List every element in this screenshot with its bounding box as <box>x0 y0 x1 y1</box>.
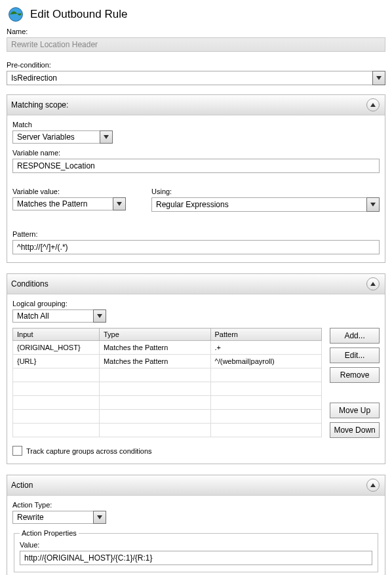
table-header-input[interactable]: Input <box>13 328 100 341</box>
logical-grouping-label: Logical grouping: <box>12 300 380 307</box>
page-title: Edit Outbound Rule <box>30 8 127 21</box>
match-value: Server Variables <box>12 130 100 144</box>
table-row[interactable] <box>13 396 322 410</box>
table-header-type[interactable]: Type <box>99 328 210 341</box>
variable-name-label: Variable name: <box>12 149 380 157</box>
action-type-label: Action Type: <box>12 501 380 509</box>
action-properties-fieldset: Action Properties Value: <box>14 529 378 572</box>
dropdown-icon[interactable] <box>100 130 113 144</box>
matching-scope-title: Matching scope: <box>11 100 68 109</box>
name-label: Name: <box>7 28 385 35</box>
variable-value-label: Variable value: <box>12 188 130 195</box>
table-row[interactable] <box>13 382 322 396</box>
pattern-label: Pattern: <box>12 230 380 238</box>
using-label: Using: <box>151 188 380 195</box>
dropdown-icon[interactable] <box>113 197 126 210</box>
add-button[interactable]: Add... <box>330 328 380 344</box>
action-panel: Action Action Type: Rewrite Action Prope… <box>7 475 385 575</box>
globe-icon <box>7 5 25 24</box>
table-row[interactable] <box>13 424 322 437</box>
collapse-button[interactable] <box>366 98 380 111</box>
conditions-title: Conditions <box>11 279 49 288</box>
table-header-pattern[interactable]: Pattern <box>210 328 322 341</box>
track-capture-label: Track capture groups across conditions <box>26 447 152 455</box>
dropdown-icon[interactable] <box>366 197 380 212</box>
move-up-button[interactable]: Move Up <box>330 403 380 418</box>
conditions-panel: Conditions Logical grouping: Match All I… <box>7 273 385 464</box>
remove-button[interactable]: Remove <box>330 367 380 383</box>
precondition-label: Pre-condition: <box>7 61 385 69</box>
logical-grouping-select[interactable]: Match All <box>12 309 106 323</box>
using-select[interactable]: Regular Expressions <box>151 197 380 212</box>
action-value-input[interactable] <box>20 551 372 565</box>
action-properties-legend: Action Properties <box>20 529 79 537</box>
variable-value-value: Matches the Pattern <box>12 197 113 210</box>
track-capture-checkbox[interactable] <box>12 446 22 456</box>
logical-grouping-value: Match All <box>12 309 93 323</box>
move-down-button[interactable]: Move Down <box>330 422 380 438</box>
name-field: Rewrite Location Header <box>7 37 385 52</box>
table-row[interactable]: {URL} Matches the Pattern ^/(webmail|pay… <box>13 355 322 368</box>
dropdown-icon[interactable] <box>372 71 385 85</box>
action-type-select[interactable]: Rewrite <box>12 511 106 524</box>
matching-scope-panel: Matching scope: Match Server Variables V… <box>7 94 385 263</box>
pattern-input[interactable] <box>12 240 380 254</box>
variable-name-input[interactable] <box>12 159 380 173</box>
match-select[interactable]: Server Variables <box>12 130 113 144</box>
edit-button[interactable]: Edit... <box>330 347 380 363</box>
precondition-value: IsRedirection <box>7 71 372 85</box>
collapse-button[interactable] <box>366 479 380 492</box>
precondition-select[interactable]: IsRedirection <box>7 71 385 85</box>
dropdown-icon[interactable] <box>93 309 106 323</box>
using-value: Regular Expressions <box>151 197 366 212</box>
variable-value-select[interactable]: Matches the Pattern <box>12 197 126 210</box>
match-label: Match <box>12 121 380 129</box>
collapse-button[interactable] <box>366 277 380 290</box>
table-row[interactable] <box>13 368 322 382</box>
table-row[interactable]: {ORIGINAL_HOST} Matches the Pattern .+ <box>13 341 322 355</box>
dropdown-icon[interactable] <box>93 511 106 524</box>
action-value-label: Value: <box>20 541 372 549</box>
table-row[interactable] <box>13 410 322 424</box>
action-title: Action <box>11 481 33 490</box>
action-type-value: Rewrite <box>12 511 93 524</box>
conditions-table[interactable]: Input Type Pattern {ORIGINAL_HOST} Match… <box>12 328 322 437</box>
